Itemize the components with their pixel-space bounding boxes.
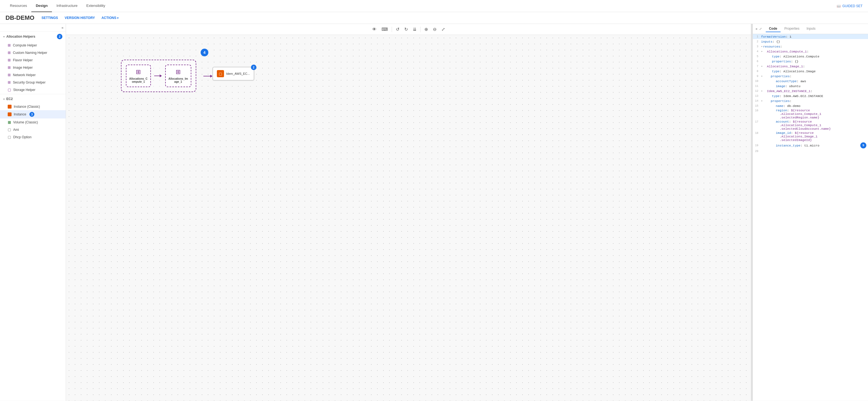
green-table-icon: ▦ [8,120,11,124]
code-line-18: 18 image_id: ${resource .Allocations_Ima… [753,131,868,142]
line-num-14: 14 [753,99,761,102]
sidebar-item-ami[interactable]: ▢ Ami [0,126,66,133]
sidebar-item-storage-helper[interactable]: ▢ Storage Helper [0,86,66,93]
keyboard-button[interactable]: ⌨ [380,26,390,33]
code-line-13: 13 type: Idem.AWS.EC2.INSTANCE [753,93,868,98]
sidebar-item-instance[interactable]: Instance 3 [0,110,66,119]
arrange-button[interactable]: ⇊ [411,26,418,33]
sidebar-divider [0,94,66,94]
line-num-9: 9 [753,75,761,78]
alloc-icon: ⊞ [8,43,11,47]
collapse-12[interactable]: ▾ [761,90,763,93]
sidebar-item-compute-helper[interactable]: ⊞ Compute Helper [0,41,66,49]
nav-item-extensibility[interactable]: Extensibility [82,0,110,12]
sidebar-item-instance-classic[interactable]: Instance (Classic) [0,103,66,110]
line-num-2: 2 [753,40,761,43]
line-content-18: image_id: ${resource .Allocations_Image_… [761,131,868,142]
alloc-icon-4: ⊞ [8,65,11,69]
allocations-compute-node[interactable]: ⊞ Allocations_C ompute_1 [126,65,151,87]
alloc-icon-3: ⊞ [8,58,11,62]
collapse-14[interactable]: ▾ [761,99,763,102]
collapse-4[interactable]: ▾ [761,50,763,53]
line-num-8: 8 [753,70,761,73]
code-line-10: 10 accountType: aws [753,79,868,84]
nav-item-design[interactable]: Design [31,0,52,12]
line-content-8: type: Allocations.Image [761,69,868,73]
sidebar-item-label: Security Group Helper [13,81,45,84]
sidebar-item-label: Custom Naming Helper [13,51,47,55]
redo-button[interactable]: ↻ [403,26,409,33]
undo-button[interactable]: ↺ [394,26,401,33]
line-content-3: resources: [763,45,868,49]
step-4-badge: 4 [200,49,208,56]
line-num-17: 17 [753,120,761,123]
instance-badge: 3 [29,112,34,117]
sidebar-item-label: Volume (Classic) [13,120,38,124]
line-num-10: 10 [753,80,761,83]
panel-fullscreen-button[interactable]: ⤢ [759,27,762,31]
code-panel-header: » ⤢ Code Properties Inputs [753,24,868,34]
visibility-toggle-button[interactable]: 👁 [371,26,378,33]
instance-node[interactable]: ▢ Idem_AWS_EC... 2 [213,67,254,81]
code-line-6: 6 properties: {} [753,59,868,64]
code-body: 1 formatVersion: 1 2 inputs: {} 3 ▾ reso… [753,34,868,401]
main-layout: « ▾ Allocation Helpers 2 ⊞ Compute Helpe… [0,24,868,401]
app-title: DB-DEMO [5,14,34,22]
code-line-14: 14 ▾ properties: [753,98,868,103]
orange-box-icon [8,105,11,109]
ec2-header[interactable]: ▾ EC2 [0,95,66,103]
compute-node-icon: ⊞ [136,68,141,75]
tab-code[interactable]: Code [766,26,781,32]
nav-item-infrastructure[interactable]: Infrastructure [52,0,82,12]
box-icon-2: ▢ [8,127,11,132]
line-num-3: 3 [753,45,761,48]
canvas[interactable]: 4 ⊞ Allocations_C ompute_1 ⊞ Allocations… [66,35,751,401]
collapse-9[interactable]: ▾ [761,75,763,78]
line-num-12: 12 [753,90,761,93]
sidebar-item-dhcp-option[interactable]: ▢ Dhcp Option [0,133,66,141]
tab-inputs[interactable]: Inputs [803,26,819,32]
instance-node-badge: 2 [251,65,256,70]
collapse-7[interactable]: ▾ [761,65,763,68]
sidebar-item-volume-classic[interactable]: ▦ Volume (Classic) [0,119,66,126]
nav-item-resources[interactable]: Resources [5,0,31,12]
collapse-3[interactable]: ▾ [761,45,763,48]
settings-link[interactable]: SETTINGS [39,15,61,21]
panel-expand-button[interactable]: » [755,27,757,31]
collapse-sidebar-button[interactable]: « [62,26,63,30]
line-content-1: formatVersion: 1 [761,35,868,38]
guided-set-button[interactable]: 📖 GUIDED SET [837,4,863,8]
line-content-5: type: Allocations.Compute [761,55,868,58]
sidebar-item-image-helper[interactable]: ⊞ Image Helper [0,64,66,71]
allocation-helpers-badge: 2 [57,34,62,39]
fit-screen-button[interactable]: ⤢ [440,26,447,33]
alloc-icon-2: ⊞ [8,51,11,55]
sidebar-item-label: Dhcp Option [13,135,32,139]
toolbar-divider-1 [392,27,392,32]
sidebar-item-security-group-helper[interactable]: ⊞ Security Group Helper [0,79,66,86]
image-node-icon: ⊞ [176,68,181,75]
actions-link[interactable]: ACTIONS ▾ [99,15,121,21]
code-line-3: 3 ▾ resources: [753,44,868,49]
sidebar-item-label: Compute Helper [13,43,37,47]
allocation-helpers-label: Allocation Helpers [6,35,55,38]
code-line-5: 5 type: Allocations.Compute [753,54,868,59]
zoom-in-button[interactable]: ⊕ [423,26,430,33]
code-panel: » ⤢ Code Properties Inputs 1 formatVersi… [752,24,868,401]
line-num-1: 1 [753,35,761,38]
toolbar-divider-2 [420,27,421,32]
code-line-7: 7 ▾ Allocations_Image_1: [753,64,868,69]
connector-arrow-1 [154,74,162,77]
zoom-out-button[interactable]: ⊖ [431,26,438,33]
alloc-icon-5: ⊞ [8,73,11,77]
sidebar-header: « [0,24,66,32]
allocations-image-node[interactable]: ⊞ Allocations_Im age_1 [165,65,191,87]
version-history-link[interactable]: VERSION HISTORY [62,15,98,21]
line-num-7: 7 [753,65,761,68]
tab-properties[interactable]: Properties [781,26,803,32]
sidebar-item-network-helper[interactable]: ⊞ Network Helper [0,71,66,79]
line-num-15: 15 [753,104,761,107]
sidebar-item-flavor-helper[interactable]: ⊞ Flavor Helper [0,56,66,64]
allocation-helpers-header[interactable]: ▾ Allocation Helpers 2 [0,32,66,41]
sidebar-item-custom-naming-helper[interactable]: ⊞ Custom Naming Helper [0,49,66,56]
